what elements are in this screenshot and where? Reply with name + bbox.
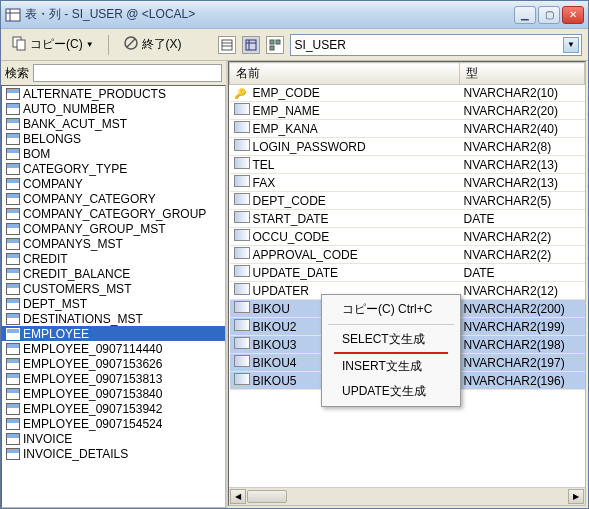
menu-copy[interactable]: コピー(C) Ctrl+C — [324, 297, 458, 322]
table-row[interactable]: LOGIN_PASSWORDNVARCHAR2(8) — [230, 138, 585, 156]
window-title: 表・列 - SI_USER @ <LOCAL> — [25, 6, 514, 23]
tree-item-label: EMPLOYEE_0907114440 — [23, 342, 162, 356]
table-row[interactable]: FAXNVARCHAR2(13) — [230, 174, 585, 192]
tree-item-label: BOM — [23, 147, 50, 161]
cell-type: DATE — [460, 210, 585, 228]
tree-item[interactable]: COMPANY_CATEGORY_GROUP — [2, 206, 225, 221]
column-grid[interactable]: 名前 型 EMP_CODENVARCHAR2(10)EMP_NAMENVARCH… — [229, 62, 585, 487]
table-row[interactable]: UPDATE_DATEDATE — [230, 264, 585, 282]
view-mode-2-button[interactable] — [242, 36, 260, 54]
tree-item[interactable]: CREDIT_BALANCE — [2, 266, 225, 281]
table-icon — [6, 163, 20, 175]
column-icon — [234, 211, 250, 223]
tree-item[interactable]: CATEGORY_TYPE — [2, 161, 225, 176]
tree-item[interactable]: EMPLOYEE_0907153626 — [2, 356, 225, 371]
column-header-name[interactable]: 名前 — [230, 63, 460, 85]
cell-type: NVARCHAR2(5) — [460, 192, 585, 210]
menu-update-gen[interactable]: UPDATE文生成 — [324, 379, 458, 404]
search-input[interactable] — [33, 64, 222, 82]
table-row[interactable]: APPROVAL_CODENVARCHAR2(2) — [230, 246, 585, 264]
table-tree[interactable]: ALTERNATE_PRODUCTSAUTO_NUMBERBANK_ACUT_M… — [1, 85, 226, 508]
tree-item-label: CATEGORY_TYPE — [23, 162, 127, 176]
tree-item[interactable]: INVOICE — [2, 431, 225, 446]
column-header-type[interactable]: 型 — [460, 63, 585, 85]
view-mode-1-button[interactable] — [218, 36, 236, 54]
scroll-thumb[interactable] — [247, 490, 287, 503]
schema-combo[interactable]: SI_USER ▼ — [290, 34, 582, 56]
tree-item[interactable]: EMPLOYEE_0907154524 — [2, 416, 225, 431]
table-icon — [6, 148, 20, 160]
tree-item[interactable]: COMPANY — [2, 176, 225, 191]
tree-item-label: COMPANY — [23, 177, 83, 191]
titlebar: 表・列 - SI_USER @ <LOCAL> ▁ ▢ ✕ — [1, 1, 588, 29]
table-row[interactable]: EMP_CODENVARCHAR2(10) — [230, 85, 585, 102]
cell-name: BIKOU3 — [253, 338, 297, 352]
menu-select-gen[interactable]: SELECT文生成 — [324, 327, 458, 352]
tree-item[interactable]: AUTO_NUMBER — [2, 101, 225, 116]
table-icon — [6, 418, 20, 430]
column-icon — [234, 301, 250, 313]
tree-item-label: EMPLOYEE_0907153626 — [23, 357, 162, 371]
maximize-button[interactable]: ▢ — [538, 6, 560, 24]
cell-type: NVARCHAR2(10) — [460, 85, 585, 102]
cell-name: EMP_NAME — [253, 104, 320, 118]
cell-name: BIKOU4 — [253, 356, 297, 370]
tree-item[interactable]: BOM — [2, 146, 225, 161]
horizontal-scrollbar[interactable]: ◀ ▶ — [229, 487, 585, 505]
tree-item[interactable]: COMPANY_CATEGORY — [2, 191, 225, 206]
close-button[interactable]: ✕ — [562, 6, 584, 24]
table-icon — [6, 193, 20, 205]
table-icon — [6, 283, 20, 295]
tree-item[interactable]: COMPANYS_MST — [2, 236, 225, 251]
cell-name: APPROVAL_CODE — [253, 248, 358, 262]
view-mode-3-button[interactable] — [266, 36, 284, 54]
tree-item[interactable]: EMPLOYEE — [2, 326, 225, 341]
table-row[interactable]: OCCU_CODENVARCHAR2(2) — [230, 228, 585, 246]
svg-rect-15 — [270, 46, 274, 50]
svg-line-6 — [127, 39, 135, 47]
copy-button[interactable]: コピー(C) ▼ — [7, 33, 98, 56]
tree-item[interactable]: DEPT_MST — [2, 296, 225, 311]
column-icon — [234, 283, 250, 295]
table-row[interactable]: TELNVARCHAR2(13) — [230, 156, 585, 174]
scroll-right-arrow-icon[interactable]: ▶ — [568, 489, 584, 504]
tree-item[interactable]: EMPLOYEE_0907114440 — [2, 341, 225, 356]
minimize-button[interactable]: ▁ — [514, 6, 536, 24]
tree-item[interactable]: ALTERNATE_PRODUCTS — [2, 86, 225, 101]
table-row[interactable]: DEPT_CODENVARCHAR2(5) — [230, 192, 585, 210]
tree-item-label: ALTERNATE_PRODUCTS — [23, 87, 166, 101]
tree-item[interactable]: EMPLOYEE_0907153840 — [2, 386, 225, 401]
table-row[interactable]: EMP_KANANVARCHAR2(40) — [230, 120, 585, 138]
tree-item[interactable]: COMPANY_GROUP_MST — [2, 221, 225, 236]
tree-item[interactable]: CUSTOMERS_MST — [2, 281, 225, 296]
cell-name: BIKOU5 — [253, 374, 297, 388]
tree-item-label: CREDIT_BALANCE — [23, 267, 130, 281]
menu-separator — [328, 324, 454, 325]
app-window: 表・列 - SI_USER @ <LOCAL> ▁ ▢ ✕ コピー(C) ▼ 終… — [0, 0, 589, 509]
table-icon — [6, 88, 20, 100]
table-row[interactable]: START_DATEDATE — [230, 210, 585, 228]
cell-type: NVARCHAR2(40) — [460, 120, 585, 138]
tree-item-label: EMPLOYEE — [23, 327, 89, 341]
tree-item[interactable]: DESTINATIONS_MST — [2, 311, 225, 326]
table-row[interactable]: EMP_NAMENVARCHAR2(20) — [230, 102, 585, 120]
cell-name: LOGIN_PASSWORD — [253, 140, 366, 154]
cell-type: NVARCHAR2(2) — [460, 246, 585, 264]
column-icon — [234, 139, 250, 151]
cell-type: NVARCHAR2(12) — [460, 282, 585, 300]
tree-item[interactable]: INVOICE_DETAILS — [2, 446, 225, 461]
tree-item[interactable]: EMPLOYEE_0907153813 — [2, 371, 225, 386]
tree-item[interactable]: BELONGS — [2, 131, 225, 146]
end-label: 終了(X) — [142, 36, 182, 53]
tree-item[interactable]: CREDIT — [2, 251, 225, 266]
right-pane: 名前 型 EMP_CODENVARCHAR2(10)EMP_NAMENVARCH… — [228, 61, 586, 506]
menu-insert-gen[interactable]: INSERT文生成 — [324, 354, 458, 379]
end-button[interactable]: 終了(X) — [119, 33, 186, 56]
tree-item-label: DESTINATIONS_MST — [23, 312, 143, 326]
cell-name: TEL — [253, 158, 275, 172]
scroll-left-arrow-icon[interactable]: ◀ — [230, 489, 246, 504]
tree-item[interactable]: EMPLOYEE_0907153942 — [2, 401, 225, 416]
tree-item[interactable]: BANK_ACUT_MST — [2, 116, 225, 131]
table-icon — [6, 313, 20, 325]
cell-type: DATE — [460, 264, 585, 282]
